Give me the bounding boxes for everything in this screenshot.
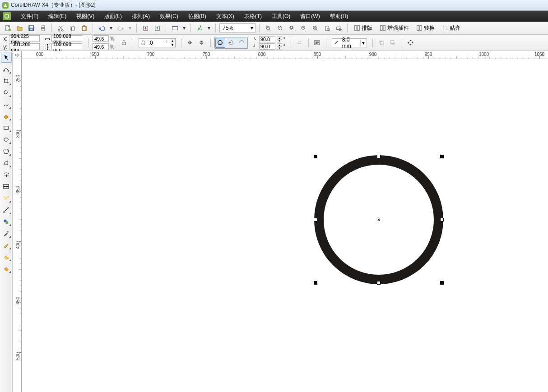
arc-start-spinner[interactable]: ▲▼ xyxy=(277,36,282,42)
shape-tool[interactable] xyxy=(1,64,12,74)
interactive-fill-tool[interactable] xyxy=(1,263,12,274)
menu-tools[interactable]: 工具(O) xyxy=(267,11,295,22)
interactive-tool[interactable] xyxy=(1,216,12,227)
scale-y-input[interactable]: 49.6 xyxy=(93,43,109,50)
connector-tool[interactable] xyxy=(1,204,12,215)
menu-edit[interactable]: 编辑(E) xyxy=(44,11,71,22)
zoom-in-button[interactable] xyxy=(263,23,273,33)
sel-handle-n[interactable] xyxy=(377,155,381,158)
eyedropper-tool[interactable] xyxy=(1,228,12,239)
welcome-dropdown[interactable]: ▾ xyxy=(206,23,212,33)
rotation-spinner[interactable]: ▲▼ xyxy=(170,39,175,47)
wrap-text-button[interactable] xyxy=(312,38,322,48)
zoom-all-button[interactable] xyxy=(310,23,320,33)
export-button[interactable] xyxy=(152,23,162,33)
zoom-width-button[interactable] xyxy=(334,23,344,33)
menu-window[interactable]: 窗口(W) xyxy=(296,11,324,22)
sel-handle-e[interactable] xyxy=(440,218,444,221)
window-title: CorelDRAW X4（专业版）- [图形2] xyxy=(11,1,96,9)
fill-tool[interactable] xyxy=(1,251,12,262)
arc-mode-button[interactable] xyxy=(237,38,247,48)
undo-dropdown[interactable]: ▾ xyxy=(108,23,114,33)
ruler-vertical[interactable]: 250300350400450500 xyxy=(13,59,22,392)
welcome-button[interactable] xyxy=(195,23,204,33)
ellipse-mode-button[interactable] xyxy=(215,38,225,48)
sel-handle-se[interactable] xyxy=(440,281,444,285)
undo-button[interactable] xyxy=(97,23,107,33)
swap-direction-button[interactable] xyxy=(295,38,305,48)
sel-handle-s[interactable] xyxy=(377,281,381,285)
lock-ratio-button[interactable] xyxy=(119,38,129,48)
ruler-origin[interactable] xyxy=(13,51,22,59)
app-launcher-button[interactable] xyxy=(170,23,180,33)
pick-tool[interactable] xyxy=(1,52,12,63)
sel-center-marker[interactable]: × xyxy=(377,217,380,222)
menu-layout[interactable]: 版面(L) xyxy=(100,11,126,22)
basic-shapes-tool[interactable] xyxy=(1,157,12,168)
arc-end-input[interactable]: 90.0 xyxy=(259,43,275,50)
menu-bitmaps[interactable]: 位图(B) xyxy=(184,11,211,22)
ellipse-tool[interactable] xyxy=(1,134,12,145)
freehand-tool[interactable] xyxy=(1,99,12,110)
svg-rect-25 xyxy=(290,27,292,28)
enhance-plugin-button[interactable]: 增强插件 xyxy=(377,23,412,33)
copy-button[interactable] xyxy=(67,23,77,33)
svg-rect-37 xyxy=(417,26,419,31)
arc-end-spinner[interactable]: ▲▼ xyxy=(277,43,282,50)
layout-ext-button[interactable]: 排版 xyxy=(351,23,375,33)
drawing-canvas[interactable]: × xyxy=(22,59,548,392)
menu-arrange[interactable]: 排列(A) xyxy=(127,11,154,22)
rectangle-tool[interactable] xyxy=(1,122,12,133)
outline-width-combo[interactable]: 8.0 mm ▾ xyxy=(332,38,367,47)
menu-file[interactable]: 文件(F) xyxy=(16,11,43,22)
zoom-page-button[interactable] xyxy=(322,23,332,33)
pie-mode-button[interactable] xyxy=(226,38,236,48)
polygon-tool[interactable] xyxy=(1,146,12,157)
new-button[interactable] xyxy=(3,23,13,33)
crop-tool[interactable] xyxy=(1,75,12,86)
product-logo-icon xyxy=(3,12,11,20)
zoom-tool[interactable] xyxy=(1,87,12,98)
sel-handle-sw[interactable] xyxy=(314,281,317,285)
height-input[interactable]: 109.098 mm xyxy=(51,43,82,50)
menu-table[interactable]: 表格(T) xyxy=(240,11,266,22)
paste-button[interactable] xyxy=(79,23,89,33)
svg-rect-40 xyxy=(122,42,126,45)
snap-ext-button[interactable]: 贴齐 xyxy=(439,23,463,33)
print-button[interactable] xyxy=(38,23,48,33)
sel-handle-nw[interactable] xyxy=(314,155,317,158)
open-button[interactable] xyxy=(14,23,24,33)
to-back-button[interactable] xyxy=(388,38,398,48)
convert-ext-button[interactable]: 转换 xyxy=(413,23,437,33)
zoom-fit-button[interactable] xyxy=(287,23,297,33)
save-button[interactable] xyxy=(26,23,36,33)
sel-handle-ne[interactable] xyxy=(440,155,444,158)
menu-help[interactable]: 帮助(H) xyxy=(325,11,353,22)
cut-button[interactable] xyxy=(56,23,65,33)
redo-dropdown[interactable]: ▾ xyxy=(127,23,133,33)
convert-curves-button[interactable] xyxy=(406,38,416,48)
zoom-selection-button[interactable] xyxy=(298,23,308,33)
to-front-button[interactable] xyxy=(376,38,386,48)
rotation-field[interactable]: .0 ° ▲▼ xyxy=(139,38,176,47)
zoom-out-button[interactable] xyxy=(275,23,285,33)
outline-tool[interactable] xyxy=(1,240,12,250)
menu-view[interactable]: 视图(V) xyxy=(72,11,99,22)
mirror-h-button[interactable] xyxy=(185,38,195,48)
y-input[interactable]: -381.286 mm xyxy=(9,43,40,50)
smart-fill-tool[interactable] xyxy=(1,111,12,121)
menu-text[interactable]: 文本(X) xyxy=(212,11,239,22)
zoom-level-combo[interactable]: 75% ▾ xyxy=(219,23,255,32)
dimension-tool[interactable] xyxy=(1,193,12,203)
mirror-v-button[interactable] xyxy=(197,38,207,48)
table-tool[interactable] xyxy=(1,181,12,192)
text-tool[interactable]: 字 xyxy=(1,169,12,180)
ruler-horizontal[interactable]: 60065070075080085090095010001050 xyxy=(22,51,548,59)
menu-effects[interactable]: 效果(C) xyxy=(155,11,183,22)
scale-x-input[interactable]: 49.6 xyxy=(93,35,109,42)
import-button[interactable] xyxy=(140,23,150,33)
sel-handle-w[interactable] xyxy=(314,218,317,221)
redo-button[interactable] xyxy=(116,23,125,33)
app-launcher-dropdown[interactable]: ▾ xyxy=(181,23,187,33)
arc-start-input[interactable]: 90.0 xyxy=(259,36,275,42)
